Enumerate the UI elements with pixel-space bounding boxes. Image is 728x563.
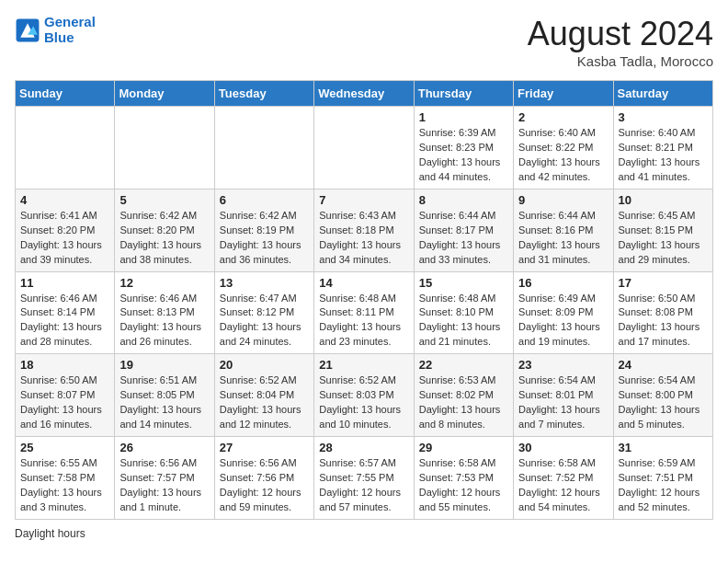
day-cell: 27Sunrise: 6:56 AMSunset: 7:56 PMDayligh… xyxy=(214,437,313,520)
day-cell: 15Sunrise: 6:48 AMSunset: 8:10 PMDayligh… xyxy=(414,271,513,354)
day-cell xyxy=(115,107,214,190)
day-info: Sunrise: 6:52 AMSunset: 8:03 PMDaylight:… xyxy=(319,373,408,432)
day-info: Sunrise: 6:53 AMSunset: 8:02 PMDaylight:… xyxy=(419,373,508,432)
logo-line1: General xyxy=(44,15,96,30)
day-number: 25 xyxy=(20,441,109,454)
day-info: Sunrise: 6:46 AMSunset: 8:14 PMDaylight:… xyxy=(20,292,109,350)
day-number: 10 xyxy=(619,193,708,207)
logo-line2: Blue xyxy=(44,30,96,46)
week-row-3: 11Sunrise: 6:46 AMSunset: 8:14 PMDayligh… xyxy=(16,271,713,354)
day-info: Sunrise: 6:47 AMSunset: 8:12 PMDaylight:… xyxy=(220,292,309,350)
day-cell xyxy=(314,107,414,190)
day-number: 30 xyxy=(518,441,608,454)
day-info: Sunrise: 6:42 AMSunset: 8:20 PMDaylight:… xyxy=(119,209,209,268)
title-block: August 2024 Kasba Tadla, Morocco xyxy=(528,15,713,69)
day-cell: 20Sunrise: 6:52 AMSunset: 8:04 PMDayligh… xyxy=(214,354,313,437)
day-info: Sunrise: 6:58 AMSunset: 7:53 PMDaylight:… xyxy=(419,456,508,515)
day-info: Sunrise: 6:49 AMSunset: 8:09 PMDaylight:… xyxy=(518,292,608,350)
week-row-1: 1Sunrise: 6:39 AMSunset: 8:23 PMDaylight… xyxy=(16,107,713,190)
month-year: August 2024 xyxy=(528,15,713,53)
day-number: 23 xyxy=(518,358,608,372)
day-info: Sunrise: 6:57 AMSunset: 7:55 PMDaylight:… xyxy=(319,456,408,515)
day-cell: 12Sunrise: 6:46 AMSunset: 8:13 PMDayligh… xyxy=(115,271,214,354)
day-number: 2 xyxy=(518,110,608,124)
day-info: Sunrise: 6:51 AMSunset: 8:05 PMDaylight:… xyxy=(119,373,209,432)
day-info: Sunrise: 6:54 AMSunset: 8:00 PMDaylight:… xyxy=(619,373,708,432)
day-number: 3 xyxy=(619,110,708,124)
day-cell: 6Sunrise: 6:42 AMSunset: 8:19 PMDaylight… xyxy=(214,189,313,271)
day-cell: 19Sunrise: 6:51 AMSunset: 8:05 PMDayligh… xyxy=(115,354,214,437)
day-cell: 28Sunrise: 6:57 AMSunset: 7:55 PMDayligh… xyxy=(314,437,414,520)
day-number: 21 xyxy=(319,358,408,372)
day-info: Sunrise: 6:44 AMSunset: 8:17 PMDaylight:… xyxy=(419,209,508,268)
day-info: Sunrise: 6:55 AMSunset: 7:58 PMDaylight:… xyxy=(20,456,109,515)
day-cell xyxy=(16,107,115,190)
location: Kasba Tadla, Morocco xyxy=(528,53,713,69)
day-cell: 14Sunrise: 6:48 AMSunset: 8:11 PMDayligh… xyxy=(314,271,414,354)
day-info: Sunrise: 6:56 AMSunset: 7:57 PMDaylight:… xyxy=(119,456,209,515)
day-info: Sunrise: 6:40 AMSunset: 8:21 PMDaylight:… xyxy=(619,126,708,185)
day-info: Sunrise: 6:40 AMSunset: 8:22 PMDaylight:… xyxy=(518,126,608,185)
day-cell: 18Sunrise: 6:50 AMSunset: 8:07 PMDayligh… xyxy=(16,354,115,437)
day-cell: 5Sunrise: 6:42 AMSunset: 8:20 PMDaylight… xyxy=(115,189,214,271)
page-header: General Blue August 2024 Kasba Tadla, Mo… xyxy=(15,15,713,69)
day-number: 31 xyxy=(619,441,708,454)
day-cell: 8Sunrise: 6:44 AMSunset: 8:17 PMDaylight… xyxy=(414,189,513,271)
weekday-header-sunday: Sunday xyxy=(16,81,115,107)
day-number: 15 xyxy=(419,276,508,290)
calendar-table: SundayMondayTuesdayWednesdayThursdayFrid… xyxy=(15,80,713,520)
weekday-header-wednesday: Wednesday xyxy=(314,81,414,107)
day-number: 24 xyxy=(619,358,708,372)
week-row-5: 25Sunrise: 6:55 AMSunset: 7:58 PMDayligh… xyxy=(16,437,713,520)
day-info: Sunrise: 6:48 AMSunset: 8:11 PMDaylight:… xyxy=(319,292,408,350)
day-info: Sunrise: 6:56 AMSunset: 7:56 PMDaylight:… xyxy=(220,456,309,515)
weekday-header-monday: Monday xyxy=(115,81,214,107)
day-number: 22 xyxy=(419,358,508,372)
day-info: Sunrise: 6:50 AMSunset: 8:08 PMDaylight:… xyxy=(619,292,708,350)
day-number: 5 xyxy=(119,193,209,207)
weekday-header-saturday: Saturday xyxy=(613,81,712,107)
day-info: Sunrise: 6:41 AMSunset: 8:20 PMDaylight:… xyxy=(20,209,109,268)
day-number: 4 xyxy=(20,193,109,207)
day-info: Sunrise: 6:42 AMSunset: 8:19 PMDaylight:… xyxy=(220,209,309,268)
day-cell: 4Sunrise: 6:41 AMSunset: 8:20 PMDaylight… xyxy=(16,189,115,271)
day-info: Sunrise: 6:50 AMSunset: 8:07 PMDaylight:… xyxy=(20,373,109,432)
day-number: 19 xyxy=(119,358,209,372)
day-cell: 25Sunrise: 6:55 AMSunset: 7:58 PMDayligh… xyxy=(16,437,115,520)
weekday-header-row: SundayMondayTuesdayWednesdayThursdayFrid… xyxy=(16,81,713,107)
day-cell: 16Sunrise: 6:49 AMSunset: 8:09 PMDayligh… xyxy=(514,271,613,354)
day-number: 12 xyxy=(119,276,209,290)
weekday-header-friday: Friday xyxy=(514,81,613,107)
day-number: 27 xyxy=(220,441,309,454)
day-cell: 30Sunrise: 6:58 AMSunset: 7:52 PMDayligh… xyxy=(514,437,613,520)
footer-note: Daylight hours xyxy=(15,527,713,540)
day-cell: 26Sunrise: 6:56 AMSunset: 7:57 PMDayligh… xyxy=(115,437,214,520)
day-cell: 23Sunrise: 6:54 AMSunset: 8:01 PMDayligh… xyxy=(514,354,613,437)
day-number: 14 xyxy=(319,276,408,290)
day-cell: 21Sunrise: 6:52 AMSunset: 8:03 PMDayligh… xyxy=(314,354,414,437)
week-row-2: 4Sunrise: 6:41 AMSunset: 8:20 PMDaylight… xyxy=(16,189,713,271)
day-number: 17 xyxy=(619,276,708,290)
day-info: Sunrise: 6:52 AMSunset: 8:04 PMDaylight:… xyxy=(220,373,309,432)
day-number: 26 xyxy=(119,441,209,454)
day-number: 18 xyxy=(20,358,109,372)
day-cell: 13Sunrise: 6:47 AMSunset: 8:12 PMDayligh… xyxy=(214,271,313,354)
day-number: 8 xyxy=(419,193,508,207)
day-cell: 22Sunrise: 6:53 AMSunset: 8:02 PMDayligh… xyxy=(414,354,513,437)
day-number: 28 xyxy=(319,441,408,454)
weekday-header-tuesday: Tuesday xyxy=(214,81,313,107)
day-info: Sunrise: 6:46 AMSunset: 8:13 PMDaylight:… xyxy=(119,292,209,350)
day-cell: 29Sunrise: 6:58 AMSunset: 7:53 PMDayligh… xyxy=(414,437,513,520)
day-cell: 2Sunrise: 6:40 AMSunset: 8:22 PMDaylight… xyxy=(514,107,613,190)
day-number: 13 xyxy=(220,276,309,290)
weekday-header-thursday: Thursday xyxy=(414,81,513,107)
day-info: Sunrise: 6:59 AMSunset: 7:51 PMDaylight:… xyxy=(619,456,708,515)
day-info: Sunrise: 6:44 AMSunset: 8:16 PMDaylight:… xyxy=(518,209,608,268)
week-row-4: 18Sunrise: 6:50 AMSunset: 8:07 PMDayligh… xyxy=(16,354,713,437)
day-cell: 17Sunrise: 6:50 AMSunset: 8:08 PMDayligh… xyxy=(613,271,712,354)
day-number: 11 xyxy=(20,276,109,290)
logo-icon xyxy=(15,17,40,43)
day-number: 20 xyxy=(220,358,309,372)
day-info: Sunrise: 6:43 AMSunset: 8:18 PMDaylight:… xyxy=(319,209,408,268)
day-number: 16 xyxy=(518,276,608,290)
